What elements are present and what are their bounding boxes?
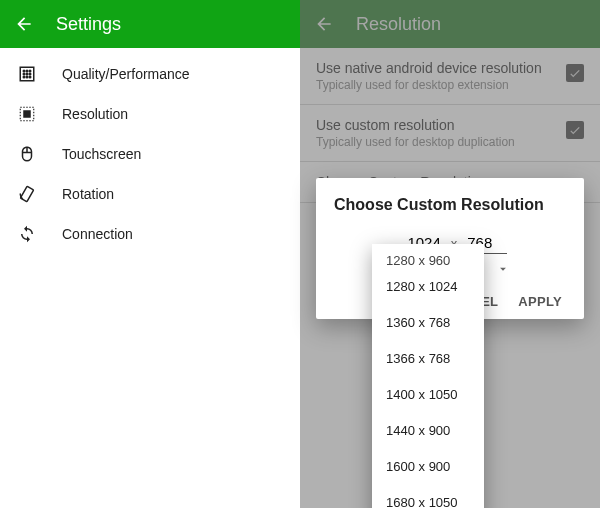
arrow-left-icon bbox=[14, 14, 34, 34]
menu-label: Quality/Performance bbox=[62, 66, 190, 82]
svg-point-4 bbox=[23, 73, 25, 75]
settings-pane: Settings Quality/Performance Resolution … bbox=[0, 0, 300, 508]
grid-icon bbox=[16, 63, 38, 85]
menu-item-connection[interactable]: Connection bbox=[0, 214, 300, 254]
svg-point-8 bbox=[26, 76, 28, 78]
dropdown-option[interactable]: 1680 x 1050 bbox=[372, 484, 484, 508]
settings-menu: Quality/Performance Resolution Touchscre… bbox=[0, 48, 300, 260]
menu-label: Touchscreen bbox=[62, 146, 141, 162]
svg-point-3 bbox=[29, 70, 31, 72]
svg-point-5 bbox=[26, 73, 28, 75]
svg-rect-11 bbox=[23, 110, 31, 118]
dialog-title: Choose Custom Resolution bbox=[334, 196, 566, 214]
svg-point-9 bbox=[29, 76, 31, 78]
svg-point-7 bbox=[23, 76, 25, 78]
menu-label: Connection bbox=[62, 226, 133, 242]
settings-title: Settings bbox=[56, 14, 121, 35]
dropdown-option[interactable]: 1280 x 960 bbox=[372, 246, 484, 268]
apply-button[interactable]: APPLY bbox=[518, 294, 562, 309]
sync-icon bbox=[16, 223, 38, 245]
menu-item-touchscreen[interactable]: Touchscreen bbox=[0, 134, 300, 174]
dropdown-option[interactable]: 1280 x 1024 bbox=[372, 268, 484, 304]
chevron-down-icon bbox=[496, 262, 510, 276]
dropdown-option[interactable]: 1440 x 900 bbox=[372, 412, 484, 448]
resolution-icon bbox=[16, 103, 38, 125]
back-button[interactable] bbox=[12, 12, 36, 36]
menu-label: Rotation bbox=[62, 186, 114, 202]
settings-appbar: Settings bbox=[0, 0, 300, 48]
dropdown-option[interactable]: 1360 x 768 bbox=[372, 304, 484, 340]
svg-point-1 bbox=[23, 70, 25, 72]
rotation-icon bbox=[16, 183, 38, 205]
svg-point-2 bbox=[26, 70, 28, 72]
menu-label: Resolution bbox=[62, 106, 128, 122]
svg-point-6 bbox=[29, 73, 31, 75]
dropdown-option[interactable]: 1600 x 900 bbox=[372, 448, 484, 484]
mouse-icon bbox=[16, 143, 38, 165]
menu-item-resolution[interactable]: Resolution bbox=[0, 94, 300, 134]
menu-item-rotation[interactable]: Rotation bbox=[0, 174, 300, 214]
dropdown-option[interactable]: 1400 x 1050 bbox=[372, 376, 484, 412]
resolution-dropdown[interactable]: 1280 x 960 1280 x 1024 1360 x 768 1366 x… bbox=[372, 244, 484, 508]
dropdown-option[interactable]: 1366 x 768 bbox=[372, 340, 484, 376]
resolution-pane: Resolution Use native android device res… bbox=[300, 0, 600, 508]
menu-item-quality[interactable]: Quality/Performance bbox=[0, 54, 300, 94]
